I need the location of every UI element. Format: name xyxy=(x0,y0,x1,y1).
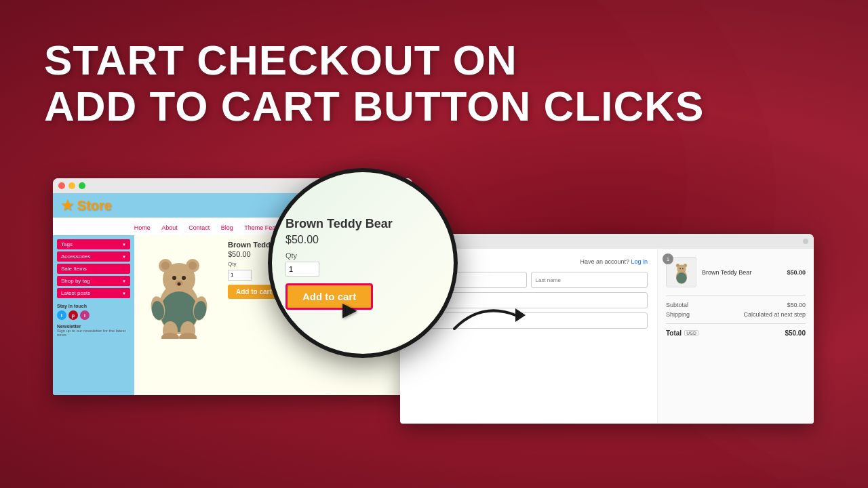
nav-home[interactable]: Home xyxy=(134,224,151,231)
checkout-browser-dot xyxy=(803,239,808,244)
nav-blog[interactable]: Blog xyxy=(221,224,233,231)
svg-point-6 xyxy=(172,276,176,280)
browser-expand-dot xyxy=(79,182,85,189)
magnify-product-title: Brown Teddy Bear xyxy=(285,217,440,231)
checkout-content: Have an account? Log in 1 xyxy=(400,249,814,424)
cursor-arrow-icon: ▶ xyxy=(342,298,357,321)
twitter-icon[interactable]: t xyxy=(57,310,66,320)
order-item-name: Brown Teddy Bear xyxy=(702,269,781,276)
teddy-bear-image xyxy=(140,241,218,342)
pinterest-icon[interactable]: p xyxy=(68,310,78,320)
svg-point-5 xyxy=(189,262,197,270)
instagram-icon[interactable]: i xyxy=(80,310,90,320)
order-divider-2 xyxy=(666,323,806,324)
main-headline: START CHECKOUT ON ADD TO CART BUTTON CLI… xyxy=(44,37,704,129)
sidebar-newsletter-title: Newsletter xyxy=(57,324,130,329)
sidebar-item-sale[interactable]: Sale Items xyxy=(57,264,130,274)
magnify-qty-input[interactable] xyxy=(285,262,319,277)
flow-arrow xyxy=(448,295,529,336)
magnify-inner: Brown Teddy Bear $50.00 Qty Add to cart xyxy=(272,203,454,323)
last-name-input[interactable] xyxy=(531,272,648,288)
headline-line2: ADD TO CART BUTTON CLICKS xyxy=(44,83,704,129)
magnify-qty-label: Qty xyxy=(285,251,440,260)
magnify-product-price: $50.00 xyxy=(285,234,440,246)
order-divider xyxy=(666,296,806,296)
total-value: $50.00 xyxy=(785,329,806,337)
subtotal-value: $50.00 xyxy=(787,302,806,308)
shipping-value: Calculated at next step xyxy=(743,311,806,318)
svg-point-30 xyxy=(677,272,685,277)
sidebar-socials: t p i xyxy=(57,310,130,320)
magnify-add-to-cart-button[interactable]: Add to cart xyxy=(285,283,373,310)
sidebar-item-tags[interactable]: Tags xyxy=(57,239,130,249)
store-logo: ★ Store xyxy=(61,197,112,214)
login-link[interactable]: Log in xyxy=(631,258,648,265)
svg-point-7 xyxy=(182,276,186,280)
sidebar-item-shop-by-tag[interactable]: Shop by tag xyxy=(57,276,130,286)
svg-point-11 xyxy=(165,293,193,310)
subtotal-label: Subtotal xyxy=(666,302,688,308)
shipping-label: Shipping xyxy=(666,311,690,318)
store-sidebar: Tags Accessories Sale Items Shop by tag … xyxy=(53,235,134,395)
order-summary: 1 Brown Ted xyxy=(658,249,814,424)
order-total-row: Total USD $50.00 xyxy=(666,329,806,337)
product-image-area xyxy=(140,241,221,390)
order-shipping-row: Shipping Calculated at next step xyxy=(666,311,806,318)
currency-tag: USD xyxy=(684,330,698,336)
magnify-circle: Brown Teddy Bear $50.00 Qty Add to cart xyxy=(268,168,458,358)
browser-minimize-dot xyxy=(68,182,75,189)
nav-contact[interactable]: Contact xyxy=(189,224,210,231)
svg-point-28 xyxy=(682,268,684,269)
order-subtotal-row: Subtotal $50.00 xyxy=(666,302,806,308)
checkout-titlebar xyxy=(400,234,814,249)
sidebar-item-latest-posts[interactable]: Latest posts xyxy=(57,288,130,298)
svg-point-25 xyxy=(676,264,678,266)
headline-line1: START CHECKOUT ON xyxy=(44,37,704,83)
order-item-qty-badge: 1 xyxy=(663,253,673,264)
store-qty-input[interactable] xyxy=(228,270,252,281)
svg-point-27 xyxy=(679,268,681,269)
sidebar-newsletter-text: Sign up to our newsletter for the latest… xyxy=(57,329,130,337)
browser-close-dot xyxy=(58,182,65,189)
svg-marker-20 xyxy=(515,308,526,322)
nav-about[interactable]: About xyxy=(161,224,178,231)
sidebar-item-accessories[interactable]: Accessories xyxy=(57,251,130,262)
total-label: Total xyxy=(666,329,682,337)
svg-point-9 xyxy=(177,283,180,286)
sidebar-stay-in-touch: Stay in touch xyxy=(57,304,130,308)
svg-point-26 xyxy=(684,264,686,266)
total-label-group: Total USD xyxy=(666,329,698,337)
order-item: 1 Brown Ted xyxy=(666,257,806,287)
order-item-price: $50.00 xyxy=(787,269,806,276)
svg-point-4 xyxy=(161,262,170,270)
